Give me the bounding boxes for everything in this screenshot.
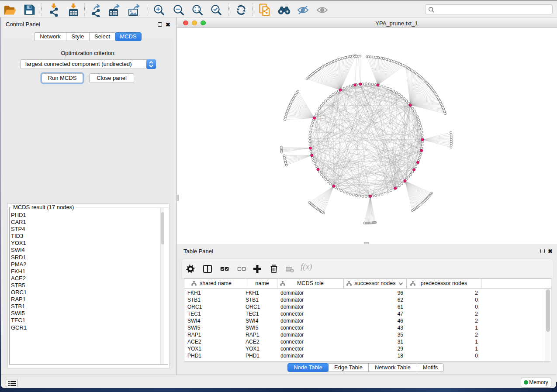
svg-text:f(x): f(x) xyxy=(301,263,312,272)
